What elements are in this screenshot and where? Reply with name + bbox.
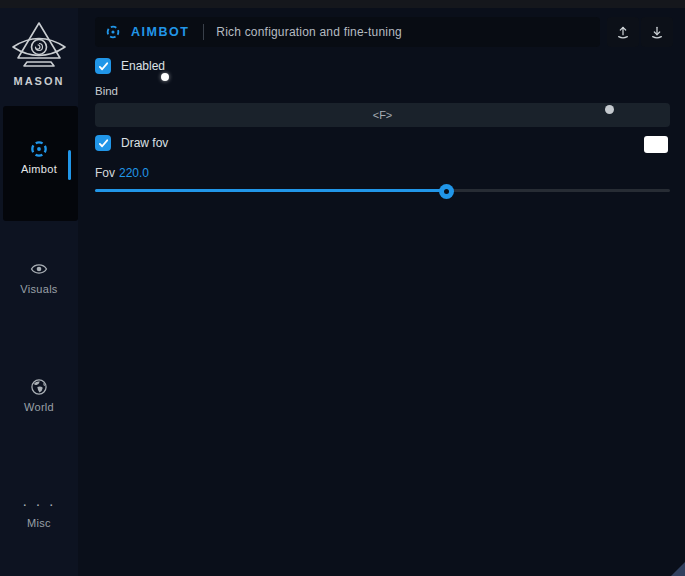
sidebar-item-aimbot[interactable]: Aimbot	[0, 139, 78, 175]
crosshair-icon	[29, 139, 49, 159]
fov-slider-fill	[95, 189, 446, 192]
app-window: MASON Aimbot Visuals Wor	[0, 0, 685, 576]
fov-slider[interactable]	[95, 183, 670, 197]
fov-value: 220.0	[119, 166, 149, 180]
globe-icon	[29, 377, 49, 397]
secondary-cursor-dot	[605, 105, 614, 114]
export-config-button[interactable]	[607, 17, 639, 47]
crosshair-icon	[105, 24, 121, 40]
page-title: AIMBOT	[131, 25, 189, 39]
eye-icon	[29, 259, 49, 279]
mouse-cursor-dot	[161, 73, 169, 81]
fov-label-row: Fov220.0	[95, 166, 149, 180]
sidebar-item-label: Visuals	[0, 283, 78, 295]
sidebar: MASON Aimbot Visuals Wor	[0, 8, 78, 576]
draw-fov-label: Draw fov	[121, 135, 168, 151]
window-top-strip	[0, 0, 685, 8]
sidebar-item-visuals[interactable]: Visuals	[0, 259, 78, 295]
mason-eye-pyramid-icon	[10, 20, 68, 72]
ellipsis-icon: · · ·	[0, 497, 78, 517]
download-icon	[649, 24, 665, 40]
upload-icon	[615, 24, 631, 40]
sidebar-item-label: Misc	[0, 517, 78, 529]
sidebar-item-world[interactable]: World	[0, 377, 78, 413]
enabled-label: Enabled	[121, 58, 165, 74]
bind-value: <F>	[373, 109, 393, 121]
sidebar-item-misc[interactable]: · · · Misc	[0, 497, 78, 529]
page-header: AIMBOT Rich configuration and fine-tunin…	[95, 17, 600, 47]
check-icon	[98, 61, 109, 72]
enabled-checkbox[interactable]	[95, 58, 111, 74]
brand-name: MASON	[0, 75, 78, 87]
import-config-button[interactable]	[641, 17, 673, 47]
bind-label: Bind	[95, 85, 118, 97]
fov-slider-thumb[interactable]	[439, 184, 454, 199]
fov-label: Fov	[95, 166, 115, 180]
header-divider	[203, 24, 204, 40]
draw-fov-checkbox[interactable]	[95, 135, 111, 151]
fov-slider-track[interactable]	[95, 189, 670, 192]
sidebar-item-label: Aimbot	[0, 163, 78, 175]
fov-color-swatch[interactable]	[644, 136, 668, 153]
corner-wedge	[671, 562, 685, 576]
brand-logo: MASON	[0, 20, 78, 87]
check-icon	[98, 138, 109, 149]
sidebar-item-label: World	[0, 401, 78, 413]
bind-input[interactable]: <F>	[95, 103, 670, 127]
page-subtitle: Rich configuration and fine-tuning	[216, 25, 402, 39]
